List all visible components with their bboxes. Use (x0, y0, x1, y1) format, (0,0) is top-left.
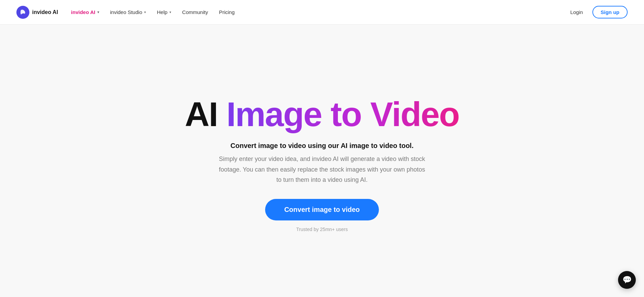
hero-section: AI Image to Video Convert image to video… (0, 25, 644, 297)
nav-item-community[interactable]: Community (177, 6, 213, 18)
nav-item-invideo-ai[interactable]: invideo AI ▾ (66, 6, 104, 18)
chevron-down-icon: ▾ (97, 10, 99, 14)
nav-links: invideo AI ▾ invideo Studio ▾ Help ▾ Com… (66, 6, 316, 18)
chevron-down-icon: ▾ (144, 10, 146, 14)
hero-title: AI Image to Video (185, 96, 459, 132)
signup-button[interactable]: Sign up (592, 6, 628, 18)
chat-icon: 💬 (622, 276, 632, 284)
nav-item-studio[interactable]: invideo Studio ▾ (105, 6, 151, 18)
nav-item-pricing[interactable]: Pricing (214, 6, 239, 18)
login-button[interactable]: Login (566, 6, 587, 18)
nav-item-help[interactable]: Help ▾ (152, 6, 176, 18)
navbar: invideo AI invideo AI ▾ invideo Studio ▾… (0, 0, 644, 25)
logo-icon (16, 6, 29, 19)
hero-subtitle-bold: Convert image to video using our AI imag… (231, 142, 414, 150)
convert-cta-button[interactable]: Convert image to video (265, 199, 379, 220)
logo-link[interactable]: invideo AI (16, 6, 58, 19)
chevron-down-icon: ▾ (169, 10, 171, 14)
hero-subtitle-light: Simply enter your video idea, and invide… (216, 154, 428, 185)
hero-title-video: Video (370, 95, 459, 133)
nav-auth: Login Sign up (566, 6, 628, 18)
trust-text: Trusted by 25mn+ users (296, 227, 348, 232)
chat-bubble-button[interactable]: 💬 (618, 271, 636, 289)
logo-text: invideo AI (32, 9, 58, 15)
hero-title-ai: AI (185, 95, 218, 133)
hero-title-image-to: Image to (227, 95, 361, 133)
